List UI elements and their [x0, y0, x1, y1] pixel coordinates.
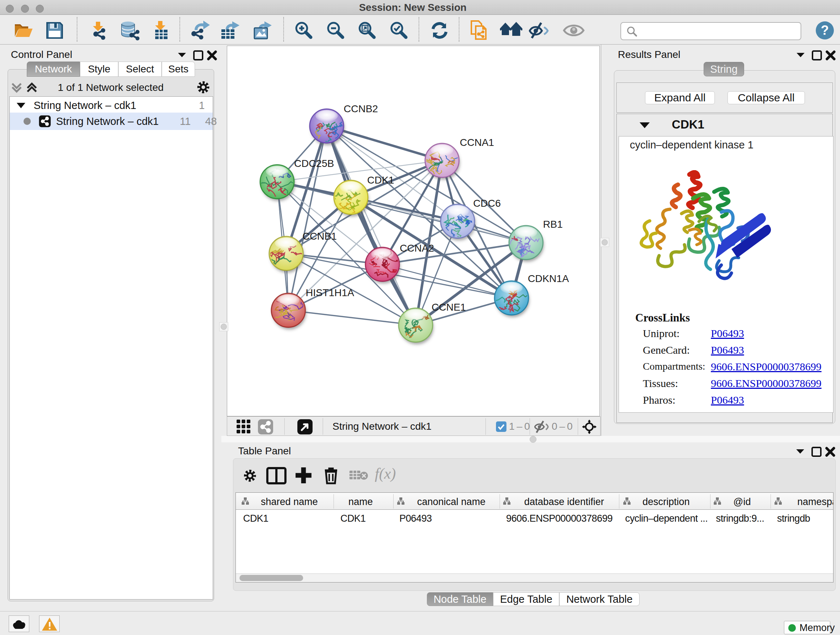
svg-text:CDC6: CDC6: [473, 198, 501, 209]
svg-text:CCNB2: CCNB2: [344, 103, 378, 114]
svg-text:CCNA2: CCNA2: [400, 242, 434, 254]
svg-text:CCNE1: CCNE1: [431, 302, 466, 313]
svg-text:CDC25B: CDC25B: [294, 158, 334, 169]
svg-text:HIST1H1A: HIST1H1A: [306, 287, 354, 298]
svg-text:CDKN1A: CDKN1A: [528, 273, 569, 284]
svg-text:CCNB1: CCNB1: [302, 231, 337, 242]
svg-text:?: ?: [821, 23, 829, 38]
svg-text:CCNA1: CCNA1: [460, 137, 494, 148]
svg-text:CDK1: CDK1: [367, 174, 394, 186]
svg-text:RB1: RB1: [543, 219, 562, 230]
